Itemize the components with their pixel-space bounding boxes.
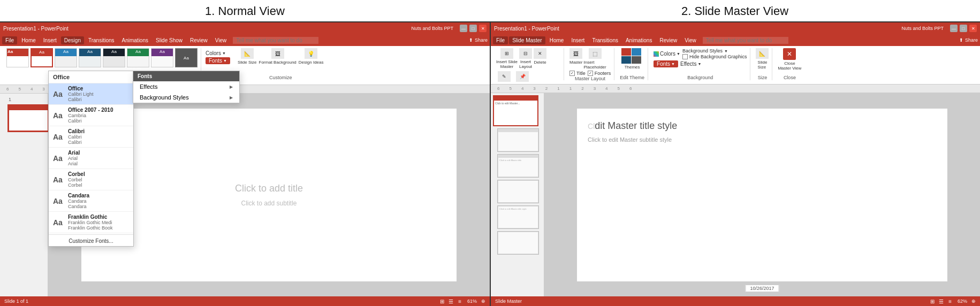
- right-menu-view[interactable]: View: [681, 36, 700, 44]
- right-fonts-btn[interactable]: Fonts ▼: [654, 60, 678, 67]
- left-panel: Presentation1 - PowerPoint Nuts and Bolt…: [0, 22, 490, 306]
- right-insert-placeholder-btn[interactable]: ⬚ InsertPlaceholder: [583, 48, 606, 70]
- right-master-btn[interactable]: 🖼 Master: [569, 48, 582, 70]
- left-customize-link[interactable]: Customize Fonts...: [49, 236, 133, 246]
- left-slide-size-btn[interactable]: 📐 Slide Size: [238, 48, 257, 65]
- insert-layout-icon: ⊟: [519, 48, 532, 59]
- right-win-controls: Nuts and Bolts PPT — □ ✕: [901, 25, 977, 32]
- left-menu-home[interactable]: Home: [18, 36, 39, 44]
- left-submenu-bgstyles[interactable]: Background Styles: [133, 92, 239, 103]
- left-search-input[interactable]: [233, 37, 318, 44]
- right-insert-layout-btn[interactable]: ⊟ InsertLayout: [519, 48, 532, 70]
- right-master-layout-label: Master Layout: [575, 76, 605, 81]
- right-layout-thumb-3[interactable]: [497, 180, 539, 203]
- right-maximize-btn[interactable]: □: [960, 25, 967, 32]
- right-menu-file[interactable]: File: [493, 36, 508, 44]
- insert-placeholder-icon: ⬚: [589, 48, 602, 59]
- right-colors-btn[interactable]: Colors ▼: [654, 51, 680, 57]
- right-themes-btn[interactable]: Themes: [621, 48, 643, 70]
- left-menu-animations[interactable]: Animations: [119, 36, 151, 44]
- right-background-label: Background: [687, 75, 713, 80]
- left-slide-1-num: 1: [2, 96, 45, 102]
- left-fonts-btn[interactable]: Fonts ▼: [206, 57, 230, 64]
- right-effects-btn[interactable]: Effects ▼: [680, 61, 701, 67]
- right-layout-thumb-1[interactable]: [497, 128, 539, 152]
- right-menu-review[interactable]: Review: [656, 36, 680, 44]
- right-insert-slide-master-btn[interactable]: ⊞ Insert SlideMaster: [496, 48, 518, 70]
- left-font-office[interactable]: Aa Office Calibri Light Calibri: [49, 83, 133, 105]
- left-font-franklin[interactable]: Aa Franklin Gothic Franklin Gothic Medi …: [49, 212, 133, 233]
- left-theme-5[interactable]: Aa: [103, 48, 125, 67]
- left-theme-6[interactable]: Aa: [127, 48, 149, 67]
- left-share-btn[interactable]: ⬆ Share: [469, 37, 488, 43]
- right-menu-insert[interactable]: Insert: [568, 36, 588, 44]
- left-menu-insert[interactable]: Insert: [40, 36, 60, 44]
- left-colors-btn[interactable]: Colors ▼: [206, 49, 230, 57]
- right-title-checkbox[interactable]: Title: [569, 71, 586, 76]
- left-theme-1[interactable]: Aa: [6, 48, 29, 67]
- right-menu-slidemaster[interactable]: Slide Master: [509, 36, 545, 44]
- left-theme-2[interactable]: Aa: [31, 48, 53, 67]
- left-menu-review[interactable]: Review: [187, 36, 211, 44]
- left-font-candara[interactable]: Aa Candara Candara Candara: [49, 190, 133, 212]
- left-theme-4[interactable]: Aa: [79, 48, 101, 67]
- right-layout-thumb-2[interactable]: Click to edit Master title: [497, 154, 539, 178]
- left-menu-slideshow[interactable]: Slide Show: [153, 36, 186, 44]
- right-footers-checkbox[interactable]: Footers: [588, 71, 611, 76]
- left-format-bg-btn[interactable]: 🖼 Format Background: [259, 48, 297, 65]
- left-menu-file[interactable]: File: [2, 36, 17, 44]
- right-edit-theme-group: Themes Edit Theme: [617, 48, 648, 80]
- right-zoom-level: 62%: [958, 299, 967, 304]
- left-menu-view[interactable]: View: [212, 36, 230, 44]
- left-font-office2007[interactable]: Aa Office 2007 - 2010 Cambria Calibri: [49, 105, 133, 126]
- left-theme-8[interactable]: Aa: [175, 48, 197, 67]
- left-format-bg-label: Format Background: [259, 60, 297, 65]
- left-design-ideas-label: Design Ideas: [299, 60, 324, 65]
- right-close-master-btn[interactable]: ✕ CloseMaster View: [778, 48, 801, 71]
- right-master-label: Master: [569, 60, 582, 65]
- right-slide-size-btn[interactable]: 📐 SlideSize: [756, 48, 769, 70]
- left-font-arial[interactable]: Aa Arial Arial Arial: [49, 148, 133, 169]
- right-preserve-btn[interactable]: 📌 Preserve: [514, 71, 531, 85]
- left-menu-transitions[interactable]: Transitions: [85, 36, 118, 44]
- left-submenu-effects[interactable]: Effects: [133, 81, 239, 92]
- right-themes-gallery: [621, 48, 643, 64]
- right-layout-thumb-4[interactable]: Click to edit Master title style: [497, 205, 539, 229]
- left-font-calibri[interactable]: Aa Calibri Calibri Calibri: [49, 126, 133, 148]
- right-rename-btn[interactable]: ✎ Rename: [496, 71, 512, 85]
- right-share-btn[interactable]: ⬆ Share: [959, 37, 978, 43]
- right-filename: Presentation1 - PowerPoint: [494, 26, 559, 32]
- delete-icon: ✕: [534, 48, 546, 59]
- left-minimize-btn[interactable]: —: [460, 25, 467, 32]
- right-menu-animations[interactable]: Animations: [622, 36, 655, 44]
- left-maximize-btn[interactable]: □: [469, 25, 477, 32]
- left-theme-3[interactable]: Aa: [55, 48, 77, 67]
- right-menu-home[interactable]: Home: [546, 36, 567, 44]
- right-slide-main[interactable]: Cldit Master title style Click to edit M…: [544, 93, 980, 296]
- right-close-label: Close: [784, 75, 796, 80]
- insert-slide-master-icon: ⊞: [500, 48, 513, 59]
- left-close-btn[interactable]: ✕: [479, 25, 487, 32]
- right-close-btn[interactable]: ✕: [969, 25, 977, 32]
- right-size-group: 📐 SlideSize Size: [753, 48, 772, 80]
- left-theme-7[interactable]: Aa: [151, 48, 173, 67]
- right-close-master-label: CloseMaster View: [778, 61, 801, 71]
- left-design-ideas-btn[interactable]: 💡 Design Ideas: [299, 48, 324, 65]
- right-layout-thumb-5[interactable]: [497, 231, 539, 255]
- right-bg-styles-btn[interactable]: Background Styles ▼: [682, 48, 747, 53]
- right-minimize-btn[interactable]: —: [950, 25, 958, 32]
- right-status-left: Slide Master: [495, 299, 522, 304]
- left-slide-thumb-1[interactable]: [7, 104, 49, 132]
- right-size-label: Size: [758, 75, 768, 80]
- right-search-input[interactable]: [703, 37, 788, 44]
- right-menu-bar: File Slide Master Home Insert Transition…: [491, 34, 980, 46]
- slide-size-icon: 📐: [241, 48, 254, 59]
- left-menu-design[interactable]: Design: [61, 36, 84, 44]
- right-delete-label: Delete: [534, 60, 546, 65]
- left-font-corbel[interactable]: Aa Corbel Corbel Corbel: [49, 169, 133, 190]
- right-master-thumb-main[interactable]: Click to edit Master...: [493, 95, 538, 126]
- right-menu-transitions[interactable]: Transitions: [589, 36, 621, 44]
- right-delete-btn[interactable]: ✕ Delete: [534, 48, 546, 70]
- right-hide-bg-checkbox[interactable]: Hide Background Graphics: [682, 54, 747, 59]
- right-insert-layout-label: InsertLayout: [519, 60, 532, 70]
